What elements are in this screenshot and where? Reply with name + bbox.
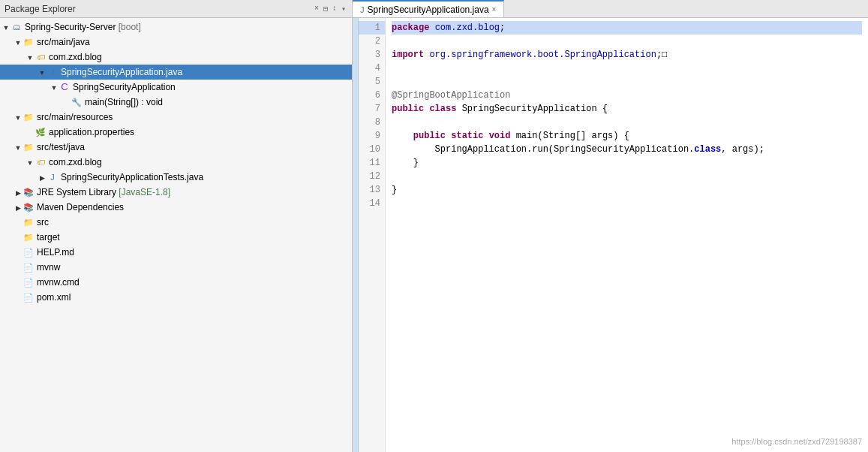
tree-item-label: SpringSecurityApplicationTests.java [61,172,203,182]
tree-item-target[interactable]: 📁 target [0,230,352,245]
tree-item-label: SpringSecurityApplication [73,82,176,92]
expand-arrow-icon[interactable] [26,158,35,167]
tree-item-label: target [37,232,60,243]
tree-item-label: com.zxd.blog [49,52,102,62]
method-icon: 🔧 [71,96,83,108]
line-number: 4 [359,62,385,75]
package-icon: 🏷 [35,156,47,168]
expand-arrow-icon[interactable] [14,143,23,152]
editor-tab-bar: J SpringSecurityApplication.java × [353,0,868,18]
tree-item-com-zxd-blog[interactable]: 🏷 com.zxd.blog [0,50,352,65]
tree-item-label: SpringSecurityApplication.java [61,67,182,77]
tree-item-src-test-java[interactable]: 📁 src/test/java [0,140,352,155]
code-line-12 [392,170,862,183]
line-number: 7 [359,102,385,116]
panel-title: Package Explorer [5,4,310,14]
line-number: 6 [359,89,385,102]
tree-item-label: Spring-Security-Server [boot] [25,22,141,32]
tree-item-src[interactable]: 📁 src [0,215,352,230]
panel-chevron-icon[interactable]: ▾ [340,4,347,14]
code-line-11: } [392,156,862,170]
expand-arrow-icon[interactable] [14,38,23,47]
code-line-13: } [392,183,862,197]
editor-tab-spring-security-application[interactable]: J SpringSecurityApplication.java × [353,0,504,17]
expand-arrow-icon[interactable] [38,173,47,182]
code-line-8 [392,116,862,129]
tree-item-src-main-resources[interactable]: 📁 src/main/resources [0,110,352,125]
tree-item-label: com.zxd.blog [49,157,102,167]
line-numbers: 1 2 3 4 5 6 7 8 9 10 11 12 13 14 [359,18,386,452]
java-tab-icon: J [360,5,365,14]
file-icon: 📄 [23,246,35,258]
tree-item-label: mvnw.cmd [37,277,80,288]
panel-header: Package Explorer × ⊟ ↕ ▾ [0,0,352,18]
editor-left-margin [353,18,359,452]
expand-arrow-icon[interactable] [26,53,35,62]
tree-item-maven-dependencies[interactable]: 📚 Maven Dependencies [0,200,352,215]
class-icon: C [59,81,71,93]
package-icon: 🏷 [35,51,47,63]
code-line-10: SpringApplication.run(SpringSecurityAppl… [392,143,862,156]
src-folder-icon: 📁 [23,141,35,153]
expand-arrow-icon[interactable] [14,203,23,212]
editor-content: 1 2 3 4 5 6 7 8 9 10 11 12 13 14 package… [353,18,868,452]
src-folder-icon: 📁 [23,111,35,123]
tree-item-label: src/main/java [37,37,90,47]
tree-item-com-zxd-blog-test[interactable]: 🏷 com.zxd.blog [0,155,352,170]
code-line-9: public static void main(String[] args) { [392,129,862,143]
expand-arrow-icon[interactable] [14,113,23,122]
java-file-icon: J [47,171,59,183]
minimize-icon[interactable]: × [313,4,320,14]
target-icon: 📁 [23,231,35,243]
code-line-14 [392,197,862,210]
tree-item-spring-security-application-java[interactable]: J SpringSecurityApplication.java [0,65,352,80]
line-number: 8 [359,116,385,129]
tab-close-button[interactable]: × [492,5,497,14]
code-line-2 [392,35,862,48]
tree-item-spring-security-server[interactable]: 🗂 Spring-Security-Server [boot] [0,20,352,35]
code-line-3: import org.springframework.boot.SpringAp… [392,48,862,62]
line-number: 10 [359,143,385,156]
tree-item-pom-xml[interactable]: 📄 pom.xml [0,290,352,305]
line-number: 3 [359,48,385,62]
expand-arrow-icon[interactable] [50,83,59,92]
tree-item-src-main-java[interactable]: 📁 src/main/java [0,35,352,50]
jre-icon: 📚 [23,186,35,198]
panel-sync-icon[interactable]: ↕ [331,4,338,14]
src-icon: 📁 [23,216,35,228]
tree-item-application-properties[interactable]: 🌿 application.properties [0,125,352,140]
file-tree: 🗂 Spring-Security-Server [boot] 📁 src/ma… [0,18,352,452]
panel-menu-icon[interactable]: ⊟ [322,4,329,14]
code-line-1: package com.zxd.blog; [392,21,862,35]
file-icon: 📄 [23,261,35,273]
file-icon: 📄 [23,276,35,288]
tree-item-spring-security-application-tests[interactable]: J SpringSecurityApplicationTests.java [0,170,352,185]
line-number: 2 [359,35,385,48]
tree-item-mvnw-cmd[interactable]: 📄 mvnw.cmd [0,275,352,290]
tree-item-label: HELP.md [37,247,74,258]
code-line-5 [392,75,862,89]
line-number: 9 [359,129,385,143]
line-number: 5 [359,75,385,89]
tree-item-jre-system-library[interactable]: 📚 JRE System Library [JavaSE-1.8] [0,185,352,200]
code-line-6: @SpringBootApplication [392,89,862,102]
tree-item-spring-security-application-class[interactable]: C SpringSecurityApplication [0,80,352,95]
tree-item-help-md[interactable]: 📄 HELP.md [0,245,352,260]
tree-item-mvnw[interactable]: 📄 mvnw [0,260,352,275]
tree-item-label: pom.xml [37,292,71,303]
line-number: 1 [359,21,385,35]
properties-icon: 🌿 [35,126,47,138]
project-icon: 🗂 [11,21,23,33]
tree-item-label: src [37,217,49,228]
expand-arrow-icon[interactable] [2,23,11,32]
code-editor[interactable]: package com.zxd.blog; import org.springf… [386,18,868,452]
expand-arrow-icon[interactable] [14,188,23,197]
code-line-7: public class SpringSecurityApplication { [392,102,862,116]
editor-panel: J SpringSecurityApplication.java × 1 2 3… [353,0,868,452]
tree-item-label: JRE System Library [JavaSE-1.8] [37,187,170,197]
package-explorer-panel: Package Explorer × ⊟ ↕ ▾ 🗂 Spring-Securi… [0,0,353,452]
tab-label: SpringSecurityApplication.java [368,5,489,15]
tree-item-label: Maven Dependencies [37,202,124,212]
tree-item-main-method[interactable]: 🔧 main(String[]) : void [0,95,352,110]
expand-arrow-icon[interactable] [38,68,47,77]
